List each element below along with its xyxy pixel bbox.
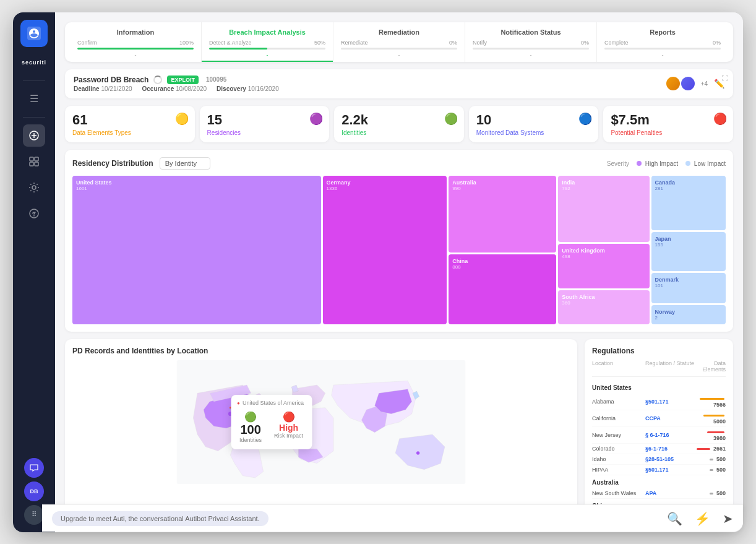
treemap-india-label: India [562, 179, 645, 186]
tab-reports-sub: - [604, 52, 721, 58]
reg-statute-alabama[interactable]: §501.171 [645, 399, 669, 405]
tooltip-content: 🟢 100 Identities 🔴 High Risk Impact [239, 411, 303, 443]
breach-meta: Deadline 10/21/2020 Occurance 10/08/2020… [74, 85, 279, 92]
tab-information[interactable]: Information Confirm 100% - [70, 22, 202, 62]
treemap-cell-denmark[interactable]: Denmark 101 [651, 273, 726, 304]
tab-remediation-bar [341, 48, 457, 50]
settings-icon[interactable] [23, 176, 45, 199]
treemap-col-0: United States 1601 [72, 176, 321, 324]
treemap-south-africa-value: 360 [562, 300, 645, 306]
tab-breach-active-line [202, 61, 333, 62]
reg-row-colorado: Colorado §6-1-716 2661 [592, 444, 726, 454]
residency-title: Residency Distribution [72, 159, 153, 168]
treemap-cell-us[interactable]: United States 1601 [72, 176, 321, 324]
db-avatar[interactable]: DB [24, 481, 44, 501]
treemap-cell-japan[interactable]: Japan 155 [651, 232, 726, 270]
tab-information-fill [77, 48, 194, 50]
stat-residencies-value: 15 [207, 112, 322, 128]
treemap-col-1: Germany 1336 [323, 176, 447, 324]
svg-rect-3 [35, 157, 38, 161]
search-bottom-icon[interactable]: 🔍 [667, 511, 682, 526]
stat-data-elements-label: Data Elements Types [72, 129, 187, 136]
reg-statute-hipaa[interactable]: §501.171 [645, 467, 669, 473]
sidebar-divider-2 [23, 117, 45, 118]
arrow-bottom-icon[interactable]: ➤ [723, 511, 733, 526]
reg-row-hipaa: HIPAA §501.171 500 [592, 465, 726, 475]
breach-avatars: +4 ✏️ [665, 76, 724, 92]
treemap-cell-germany[interactable]: Germany 1336 [323, 176, 447, 324]
tab-bar: Information Confirm 100% - Breach Impact… [65, 22, 733, 62]
data-icon[interactable] [23, 124, 45, 147]
tab-reports-label: Reports [604, 28, 721, 36]
reg-table-header: Location Regulation / Statute Data Eleme… [592, 360, 726, 377]
tab-information-sub: - [77, 52, 194, 58]
reg-statute-newjersey[interactable]: § 6-1-716 [645, 432, 669, 438]
tab-notification-bar [473, 48, 589, 50]
reg-statute-california[interactable]: CCPA [645, 415, 661, 421]
tab-breach-pct: 50% [314, 40, 325, 46]
main-content: Information Confirm 100% - Breach Impact… [55, 12, 743, 532]
reg-row-nsw: New South Wales APA 500 [592, 488, 726, 499]
tab-notification[interactable]: Notification Status Notify 0% - [465, 22, 597, 62]
treemap-cell-australia[interactable]: Australia 990 [449, 176, 556, 253]
filter-bottom-icon[interactable]: ⚡ [695, 511, 710, 526]
reg-country-australia: Australia [592, 475, 726, 488]
treemap-china-label: China [452, 258, 552, 264]
reg-bar-nsw [710, 493, 713, 494]
tab-notification-pct: 0% [581, 40, 589, 46]
breach-info: Password DB Breach EXPLOIT 100095 Deadli… [74, 76, 279, 93]
help-icon[interactable] [23, 202, 45, 225]
tab-reports[interactable]: Reports Complete 0% - [597, 22, 728, 62]
bottom-actions: 🔍 ⚡ ➤ [667, 511, 733, 526]
tooltip-country: United States of America [243, 400, 304, 406]
treemap-cell-china[interactable]: China 888 [449, 254, 556, 324]
breach-tag: EXPLOIT [167, 76, 199, 84]
tab-reports-confirm: Complete [604, 40, 629, 46]
tab-remediation[interactable]: Remediation Remediate 0% - [333, 22, 465, 62]
reg-row-alabama: Alabama §501.171 7566 [592, 394, 726, 410]
reg-statute-colorado[interactable]: §6-1-716 [645, 446, 668, 452]
reg-bar-hipaa [710, 469, 713, 471]
treemap-cell-norway[interactable]: Norway 2 [651, 305, 726, 324]
tooltip-risk-item: 🔴 High Risk Impact [274, 411, 303, 443]
tooltip-risk-icon: 🔴 [274, 411, 303, 423]
treemap-cell-uk[interactable]: United Kingdom 498 [558, 244, 649, 288]
menu-icon[interactable]: ☰ [23, 88, 45, 110]
reg-row-idaho: Idaho §28-51-105 500 [592, 454, 726, 465]
tab-breach-impact[interactable]: Breach Impact Analysis Detect & Analyze … [202, 22, 333, 62]
treemap-cell-canada[interactable]: Canada 281 [651, 176, 726, 230]
residency-dropdown[interactable]: By Identity [160, 157, 210, 170]
reg-col-regulation: Regulation / Statute [645, 360, 695, 373]
stat-identities-value: 2.2k [341, 112, 457, 128]
corner-expand-icon[interactable]: ⛶ [721, 74, 728, 82]
stat-residencies-icon: 🟣 [309, 112, 323, 126]
reg-statute-nsw[interactable]: APA [645, 490, 656, 496]
treemap-col-3: India 792 United Kingdom 498 South Afric… [558, 176, 649, 324]
grid-avatar[interactable]: ⠿ [24, 505, 44, 525]
treemap-cell-south-africa[interactable]: South Africa 360 [558, 290, 649, 324]
reg-row-california: California CCPA 5000 [592, 410, 726, 427]
severity-label: Severity [607, 160, 629, 167]
sidebar: securiti ☰ [13, 12, 55, 532]
tab-remediation-sub: - [341, 52, 457, 58]
residency-header: Residency Distribution By Identity Sever… [72, 157, 726, 170]
sidebar-bottom: DB ⠿ [24, 458, 44, 525]
app-logo[interactable] [20, 20, 48, 47]
tooltip-identities-item: 🟢 100 Identities [239, 411, 262, 443]
chat-avatar[interactable] [24, 458, 44, 478]
dashboard-icon[interactable] [23, 150, 45, 173]
stat-penalties-icon: 🔴 [713, 112, 727, 126]
tab-breach-fill [209, 48, 267, 50]
stat-monitored-value: 10 [476, 112, 591, 128]
stat-monitored: 🔵 10 Monitored Data Systems [469, 106, 599, 142]
reg-statute-idaho[interactable]: §28-51-105 [645, 456, 674, 462]
map-tooltip: ● United States of America 🟢 100 Identit… [231, 395, 312, 449]
svg-rect-4 [30, 162, 33, 166]
tab-breach-confirm: Detect & Analyze [209, 40, 252, 46]
stats-row: 🟡 61 Data Elements Types 🟣 15 Residencie… [65, 106, 733, 142]
reg-col-data-elements: Data Elements [695, 360, 726, 373]
treemap-japan-value: 155 [655, 242, 722, 248]
treemap-cell-india[interactable]: India 792 [558, 176, 649, 242]
chat-prompt[interactable]: Upgrade to meet Auti, the conversational… [52, 511, 268, 526]
treemap-denmark-value: 101 [655, 283, 722, 288]
